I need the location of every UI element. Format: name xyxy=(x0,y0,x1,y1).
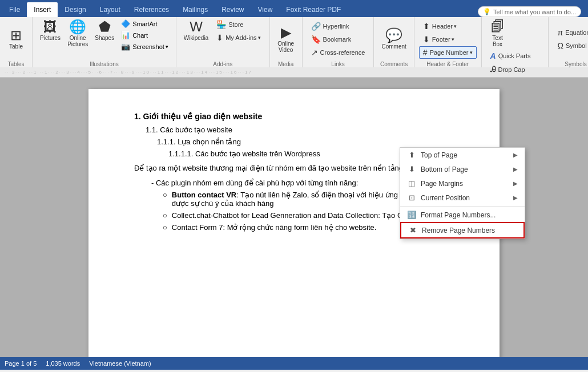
header-icon: ⬆ xyxy=(423,22,430,31)
online-pictures-button[interactable]: 🌐 OnlinePictures xyxy=(65,18,91,49)
table-button[interactable]: ⊞ Table xyxy=(5,27,27,51)
language: Vietnamese (Vietnam) xyxy=(89,360,151,367)
menu-item-bottom-of-page[interactable]: ⬇ Bottom of Page ▶ xyxy=(400,162,525,176)
chart-icon: 📊 xyxy=(121,31,130,39)
doc-heading-3: 1.1.1. Lựa chọn nền tảng xyxy=(157,138,460,146)
bullet-icon-2: ○ xyxy=(163,211,167,220)
hyperlink-button[interactable]: 🔗 Hyperlink xyxy=(307,20,369,33)
tab-bar: File Insert Design Layout References Mai… xyxy=(0,0,588,17)
page-number-button[interactable]: # Page Number ▾ xyxy=(419,46,477,59)
table-icon: ⊞ xyxy=(10,29,22,42)
online-video-icon: ▶ xyxy=(281,26,291,39)
screenshot-button[interactable]: 📷 Screenshot ▾ xyxy=(118,41,171,52)
my-addins-button[interactable]: ⬇ My Add-ins ▾ xyxy=(212,31,264,44)
wikipedia-button[interactable]: W Wikipedia xyxy=(181,18,211,43)
addins-label: Add-ins xyxy=(213,60,232,67)
chart-button[interactable]: 📊 Chart xyxy=(118,30,171,41)
tab-layout[interactable]: Layout xyxy=(93,2,127,17)
symbol-button[interactable]: Ω Symbol ▾ xyxy=(553,39,588,52)
menu-item-page-margins[interactable]: ◫ Page Margins ▶ xyxy=(400,176,525,191)
header-footer-group: ⬆ Header ▾ ⬇ Footer ▾ # Page Number ▾ He… xyxy=(414,17,482,67)
tab-file[interactable]: File xyxy=(2,2,27,17)
text-box-icon: 🗐 xyxy=(491,20,505,34)
comments-label: Comments xyxy=(380,60,408,67)
tell-me-bar[interactable]: 💡 Tell me what you want to do... xyxy=(478,6,581,17)
wikipedia-icon: W xyxy=(190,20,203,34)
shapes-button[interactable]: ⬟ Shapes xyxy=(92,18,117,43)
menu-item-format-page-numbers[interactable]: 🔢 Format Page Numbers... xyxy=(400,208,525,222)
symbols-group: π Equation ▾ Ω Symbol ▾ Symbols xyxy=(549,17,588,67)
page-count: Page 1 of 5 xyxy=(5,360,37,367)
links-group: 🔗 Hyperlink 🔖 Bookmark ↗ Cross-reference… xyxy=(303,17,374,67)
footer-button[interactable]: ⬇ Footer ▾ xyxy=(419,33,477,46)
top-of-page-icon: ⬆ xyxy=(407,151,416,159)
menu-item-top-of-page[interactable]: ⬆ Top of Page ▶ xyxy=(400,148,525,162)
remove-numbers-icon: ✖ xyxy=(408,226,417,234)
pictures-icon: 🖼 xyxy=(43,20,57,34)
tab-design[interactable]: Design xyxy=(58,2,92,17)
bookmark-button[interactable]: 🔖 Bookmark xyxy=(307,33,369,46)
menu-separator xyxy=(400,206,525,207)
tab-insert[interactable]: Insert xyxy=(27,2,58,17)
smartart-icon: 🔷 xyxy=(121,19,130,28)
tab-references[interactable]: References xyxy=(127,2,176,17)
equation-button[interactable]: π Equation ▾ xyxy=(553,26,588,39)
footer-icon: ⬇ xyxy=(423,35,430,44)
screenshot-dropdown-arrow: ▾ xyxy=(166,44,168,50)
page-margins-icon: ◫ xyxy=(407,179,416,188)
document-area: 1. Giới thiệu về giao diện website 1.1. … xyxy=(0,78,588,357)
store-button[interactable]: 🏪 Store xyxy=(212,18,264,31)
tab-review[interactable]: Review xyxy=(215,2,251,17)
pictures-button[interactable]: 🖼 Pictures xyxy=(37,18,63,43)
cross-reference-button[interactable]: ↗ Cross-reference xyxy=(307,46,369,59)
menu-item-format-label: Format Page Numbers... xyxy=(421,211,496,219)
symbol-icon: Ω xyxy=(557,41,563,50)
media-label: Media xyxy=(278,60,293,67)
wordart-button[interactable]: A Quick Parts xyxy=(486,50,544,62)
tab-foxit[interactable]: Foxit Reader PDF xyxy=(279,2,348,17)
margins-arrow-icon: ▶ xyxy=(513,180,518,187)
bullet-icon-1: ○ xyxy=(163,191,167,199)
symbols-label: Symbols xyxy=(565,60,586,67)
text-group: 🗐 TextBox A Quick Parts Ꭿ Drop Cap ✏ Sig… xyxy=(482,17,549,67)
comments-group: 💬 Comment Comments xyxy=(374,17,414,67)
drop-cap-button[interactable]: Ꭿ Drop Cap xyxy=(486,63,544,76)
bullet-icon-3: ○ xyxy=(163,223,167,232)
menu-item-margins-label: Page Margins xyxy=(421,180,463,188)
comment-button[interactable]: 💬 Comment xyxy=(378,27,409,51)
current-arrow-icon: ▶ xyxy=(513,195,518,201)
word-count: 1,035 words xyxy=(46,360,80,367)
bottom-of-page-icon: ⬇ xyxy=(407,165,416,173)
dropcap-icon: Ꭿ xyxy=(490,64,496,74)
top-arrow-icon: ▶ xyxy=(513,152,518,158)
illus-small-group: 🔷 SmartArt 📊 Chart 📷 Screenshot ▾ xyxy=(118,18,171,52)
store-icon: 🏪 xyxy=(216,20,226,29)
doc-heading-2: 1.1. Các bước tạo website xyxy=(146,126,460,134)
illustrations-label: Illustrations xyxy=(90,60,119,67)
tell-me-text: Tell me what you want to do... xyxy=(493,9,576,15)
menu-item-current-label: Current Position xyxy=(421,194,470,202)
bottom-arrow-icon: ▶ xyxy=(513,166,518,172)
shapes-icon: ⬟ xyxy=(99,20,111,34)
page-number-dropdown: ⬆ Top of Page ▶ ⬇ Bottom of Page ▶ ◫ Pag… xyxy=(400,147,525,239)
tab-view[interactable]: View xyxy=(251,2,280,17)
screenshot-icon: 📷 xyxy=(121,42,130,51)
toolbar: ⊞ Table Tables 🖼 Pictures 🌐 OnlinePictur… xyxy=(0,17,588,67)
page-number-icon: # xyxy=(423,48,428,57)
links-label: Links xyxy=(331,60,344,67)
menu-item-current-position[interactable]: ⊡ Current Position ▶ xyxy=(400,191,525,205)
online-pictures-icon: 🌐 xyxy=(69,20,86,34)
header-button[interactable]: ⬆ Header ▾ xyxy=(419,20,477,33)
status-bar: Page 1 of 5 1,035 words Vietnamese (Viet… xyxy=(0,357,588,370)
menu-item-remove-page-numbers[interactable]: ✖ Remove Page Numbers xyxy=(400,222,525,238)
online-video-button[interactable]: ▶ OnlineVideo xyxy=(275,24,297,55)
text-box-button[interactable]: 🗐 TextBox xyxy=(486,18,509,49)
comment-icon: 💬 xyxy=(385,29,402,42)
menu-item-top-label: Top of Page xyxy=(421,151,457,159)
addins-group: W Wikipedia 🏪 Store ⬇ My Add-ins ▾ Add-i… xyxy=(176,17,270,67)
smartart-button[interactable]: 🔷 SmartArt xyxy=(118,18,171,29)
tab-mailings[interactable]: Mailings xyxy=(176,2,215,17)
tables-label: Tables xyxy=(8,60,25,67)
menu-item-bottom-label: Bottom of Page xyxy=(421,165,468,173)
equation-icon: π xyxy=(557,28,563,37)
